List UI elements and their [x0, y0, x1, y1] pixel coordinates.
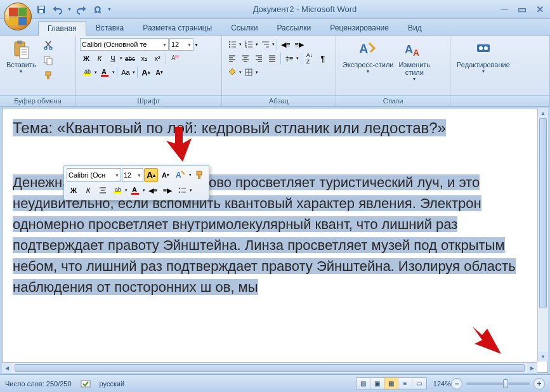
horizontal-scrollbar[interactable]: ◀ ▶ [2, 362, 537, 373]
tab-review[interactable]: Рецензирование [320, 20, 398, 35]
change-case-button[interactable]: Aa [119, 66, 132, 79]
format-painter-button[interactable] [41, 69, 55, 82]
font-size-combo[interactable]: 12▼ [169, 38, 193, 51]
tab-home[interactable]: Главная [38, 21, 86, 36]
mini-bullets[interactable] [175, 183, 189, 197]
cut-button[interactable] [41, 38, 55, 52]
view-buttons: ▤ ▣ ▦ ≡ ▭ [356, 377, 427, 390]
svg-rect-16 [175, 55, 179, 58]
save-button[interactable] [34, 3, 48, 16]
clear-format-button[interactable]: A [168, 52, 182, 65]
mini-font-size[interactable]: 12▼ [122, 168, 143, 182]
shading-button[interactable] [226, 66, 239, 79]
scroll-down[interactable]: ▼ [538, 351, 548, 362]
zoom-level[interactable]: 124% [433, 380, 451, 388]
zoom-thumb[interactable] [503, 379, 508, 388]
mini-bold[interactable]: Ж [67, 183, 81, 197]
zoom-slider[interactable] [466, 382, 530, 385]
multilevel-button[interactable] [259, 38, 272, 51]
proofing-icon[interactable] [81, 379, 91, 389]
increase-indent-button[interactable]: ≡▶ [292, 38, 305, 51]
editing-button[interactable]: Редактирование ▾ [454, 38, 513, 75]
strike-button[interactable]: abc [123, 52, 137, 65]
mini-decrease-indent[interactable]: ◀≡ [146, 183, 160, 197]
align-center-button[interactable] [239, 52, 252, 65]
mini-font-family[interactable]: Calibri (Осн▼ [67, 168, 121, 182]
view-draft[interactable]: ▭ [412, 378, 426, 389]
copy-button[interactable] [41, 53, 55, 67]
font-color-button[interactable]: A [98, 66, 112, 79]
svg-rect-62 [197, 171, 202, 175]
align-right-button[interactable] [252, 52, 265, 65]
subscript-button[interactable]: x₂ [138, 52, 150, 65]
document-content[interactable]: Тема: «Квантовый по лой: кедровый стлани… [3, 108, 547, 305]
qat-customize[interactable]: ▼ [107, 7, 112, 11]
scroll-up[interactable]: ▲ [538, 108, 548, 118]
language[interactable]: русский [100, 380, 124, 388]
symbol-button[interactable]: Ω [91, 3, 105, 16]
sort-button[interactable]: A↓Z [303, 52, 316, 65]
hscroll-thumb[interactable] [15, 364, 525, 372]
shrink-font-button[interactable]: A▾ [153, 66, 166, 79]
numbering-button[interactable]: 123 [242, 38, 255, 51]
grow-font-button[interactable]: A▴ [140, 66, 152, 79]
redo-button[interactable] [74, 3, 88, 16]
highlight-button[interactable]: ab [80, 66, 94, 79]
italic-button[interactable]: К [93, 52, 106, 65]
mini-increase-indent[interactable]: ≡▶ [160, 183, 174, 197]
tab-mailings[interactable]: Рассылки [267, 20, 320, 35]
undo-button[interactable] [51, 3, 65, 16]
vscroll-thumb[interactable] [539, 118, 547, 308]
svg-point-60 [484, 46, 488, 50]
show-marks-button[interactable]: ¶ [317, 52, 329, 65]
decrease-indent-button[interactable]: ◀≡ [279, 38, 292, 51]
view-print-layout[interactable]: ▤ [357, 378, 370, 389]
view-web[interactable]: ▦ [384, 378, 398, 389]
window-title: Документ2 - Microsoft Word [112, 4, 498, 14]
mini-italic[interactable]: К [81, 183, 95, 197]
undo-dropdown[interactable]: ▼ [67, 7, 72, 11]
mini-align-center[interactable] [96, 183, 110, 197]
vertical-scrollbar[interactable]: ▲ ▼ [537, 108, 548, 362]
bold-button[interactable]: Ж [80, 52, 93, 65]
word-count[interactable]: Число слов: 250/250 [5, 380, 72, 388]
svg-rect-70 [131, 193, 139, 195]
window-controls: ─ ▭ ✕ [498, 4, 546, 15]
mini-highlight[interactable]: ab [110, 183, 124, 197]
maximize-button[interactable]: ▭ [516, 4, 528, 15]
paragraph-group-label: Абзац [222, 95, 336, 106]
minimize-button[interactable]: ─ [498, 4, 511, 15]
tab-layout[interactable]: Разметка страницы [133, 20, 221, 35]
view-full-reading[interactable]: ▣ [370, 378, 384, 389]
bullets-button[interactable] [226, 38, 239, 51]
zoom-out[interactable]: − [451, 378, 462, 389]
tab-references[interactable]: Ссылки [221, 20, 267, 35]
tab-insert[interactable]: Вставка [86, 20, 134, 35]
borders-button[interactable] [242, 66, 255, 79]
mini-styles[interactable]: A [173, 168, 188, 182]
zoom-in[interactable]: + [534, 378, 545, 389]
quick-styles-button[interactable]: A Экспресс-стили ▾ [340, 38, 396, 75]
view-outline[interactable]: ≡ [398, 378, 412, 389]
svg-rect-1 [39, 6, 44, 9]
mini-shrink-font[interactable]: A▾ [159, 168, 173, 182]
scroll-right[interactable]: ▶ [527, 363, 537, 373]
document-area[interactable]: Тема: «Квантовый по лой: кедровый стлани… [2, 108, 548, 373]
change-styles-button[interactable]: AA Изменить стили ▾ [396, 38, 433, 83]
document-title-text[interactable]: Тема: «Квантовый по лой: кедровый стлани… [13, 119, 446, 136]
align-left-button[interactable] [226, 52, 239, 65]
mini-font-color[interactable]: A [128, 183, 142, 197]
mini-format-painter[interactable] [192, 168, 206, 182]
editing-label: Редактирование [457, 61, 510, 69]
tab-view[interactable]: Вид [398, 20, 431, 35]
close-button[interactable]: ✕ [534, 4, 546, 15]
line-spacing-button[interactable]: ‡≡ [283, 52, 296, 65]
paste-button[interactable]: Вставить ▾ [4, 38, 39, 75]
scroll-left[interactable]: ◀ [2, 363, 12, 373]
justify-button[interactable] [266, 52, 278, 65]
superscript-button[interactable]: x² [151, 52, 164, 65]
mini-grow-font[interactable]: A▴ [144, 168, 158, 182]
font-family-combo[interactable]: Calibri (Основной те▼ [80, 38, 169, 51]
underline-button[interactable]: Ч [107, 52, 119, 65]
office-button[interactable] [4, 3, 32, 30]
